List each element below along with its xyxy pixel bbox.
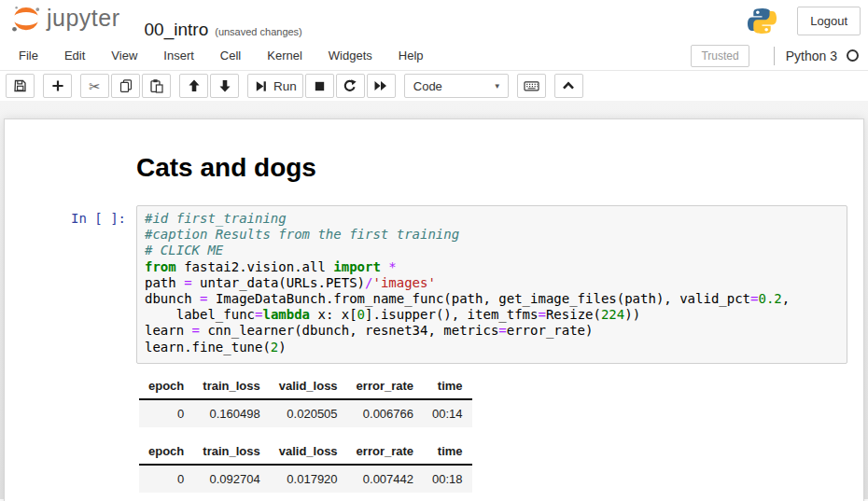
code-cell[interactable]: In [ ]: #id first_training#caption Resul… <box>5 205 863 364</box>
interrupt-kernel-button[interactable] <box>305 74 334 98</box>
table-cell: 0.005413 <box>347 493 423 501</box>
menu-item-cell[interactable]: Cell <box>207 42 254 69</box>
table-cell: 0.160498 <box>193 399 269 427</box>
stop-icon <box>313 79 327 93</box>
code-line[interactable]: #id first_training <box>145 211 839 227</box>
menu-item-edit[interactable]: Edit <box>51 42 98 69</box>
menu-items: FileEditViewInsertCellKernelWidgetsHelp <box>6 42 437 69</box>
arrow-up-icon <box>187 78 202 93</box>
command-palette-button[interactable] <box>517 74 546 98</box>
menu-item-insert[interactable]: Insert <box>150 42 207 69</box>
logo-text: jupyter <box>47 5 120 32</box>
kernel-idle-icon <box>847 49 859 62</box>
code-line[interactable]: label_func=lambda x: x[0].isupper(), ite… <box>145 307 839 323</box>
markdown-cell-prompt <box>5 132 136 205</box>
code-line[interactable]: #caption Results from the first training <box>145 227 839 243</box>
table-header-epoch: epoch <box>139 374 193 399</box>
kernel-name: Python 3 <box>786 49 837 63</box>
collapse-toolbar-button[interactable] <box>554 74 583 98</box>
output-cell: epochtrain_lossvalid_losserror_ratetime0… <box>5 364 863 501</box>
table-header-train_loss: train_loss <box>193 439 269 465</box>
table-cell: 0 <box>139 465 193 493</box>
code-line[interactable]: from fastai2.vision.all import * <box>145 259 839 275</box>
menu-item-widgets[interactable]: Widgets <box>315 42 385 69</box>
plus-icon <box>50 78 65 93</box>
copy-icon <box>119 78 133 93</box>
restart-icon <box>343 78 357 93</box>
cell-type-value: Code <box>413 79 442 93</box>
run-cell-button[interactable]: Run <box>247 74 303 98</box>
chevron-down-icon: ▼ <box>494 82 501 90</box>
table-cell: 00:14 <box>423 399 472 427</box>
cut-cell-button[interactable]: ✂ <box>80 74 109 98</box>
python-logo-icon <box>748 7 777 35</box>
save-button[interactable] <box>6 74 35 98</box>
output-area: epochtrain_lossvalid_losserror_ratetime0… <box>136 364 847 501</box>
fast-forward-icon <box>373 78 388 93</box>
copy-cell-button[interactable] <box>111 74 140 98</box>
code-editor[interactable]: #id first_training#caption Results from … <box>145 211 839 355</box>
restart-kernel-button[interactable] <box>336 74 365 98</box>
code-line[interactable]: learn = cnn_learner(dbunch, resnet34, me… <box>145 323 839 339</box>
code-input-box[interactable]: #id first_training#caption Results from … <box>136 205 847 364</box>
move-cell-up-button[interactable] <box>179 74 208 98</box>
table-header-epoch: epoch <box>139 439 193 465</box>
arrow-down-icon <box>217 78 232 93</box>
menubar: FileEditViewInsertCellKernelWidgetsHelp … <box>0 41 868 71</box>
table-header-valid_loss: valid_loss <box>270 374 347 399</box>
cell-prompt[interactable]: In [ ]: <box>5 205 136 364</box>
table-header-time: time <box>423 439 472 465</box>
table-cell: 1 <box>139 493 193 501</box>
cell-type-select[interactable]: Code ▼ <box>404 74 509 98</box>
table-cell: 00:18 <box>423 465 472 493</box>
table-cell: 0 <box>139 399 193 427</box>
keyboard-icon <box>524 78 539 93</box>
table-cell: 0.020505 <box>270 399 347 427</box>
training-results-table: epochtrain_lossvalid_losserror_ratetime0… <box>139 439 472 501</box>
table-cell: 00:18 <box>423 493 472 501</box>
table-cell: 0.012449 <box>270 493 347 501</box>
table-header-time: time <box>423 374 472 399</box>
output-prompt <box>5 364 136 501</box>
page-title: Cats and dogs <box>136 153 847 183</box>
scissors-icon: ✂ <box>89 79 101 93</box>
menu-item-view[interactable]: View <box>98 42 150 69</box>
toolbar: ✂ <box>0 71 868 101</box>
notebook-container: Cats and dogs In [ ]: #id first_training… <box>4 118 864 501</box>
run-button-label: Run <box>273 79 297 93</box>
trusted-button[interactable]: Trusted <box>691 45 749 67</box>
step-forward-icon <box>254 79 268 93</box>
restart-run-all-button[interactable] <box>367 74 396 98</box>
table-row: 00.0927040.0179200.00744200:18 <box>139 465 472 493</box>
notebook-site: Cats and dogs In [ ]: #id first_training… <box>0 101 868 499</box>
table-cell: 0.006766 <box>347 399 423 427</box>
table-header-valid_loss: valid_loss <box>270 439 347 465</box>
table-cell: 0.027785 <box>193 493 269 501</box>
menu-item-help[interactable]: Help <box>385 42 437 69</box>
table-cell: 0.017920 <box>270 465 347 493</box>
menu-item-file[interactable]: File <box>6 42 51 69</box>
autosave-status: (unsaved changes) <box>215 26 302 37</box>
notebook-title[interactable]: 00_intro <box>145 20 209 40</box>
table-row: 10.0277850.0124490.00541300:18 <box>139 493 472 501</box>
paste-cell-button[interactable] <box>142 74 171 98</box>
add-cell-button[interactable] <box>43 74 72 98</box>
training-results-table: epochtrain_lossvalid_losserror_ratetime0… <box>139 374 472 427</box>
code-line[interactable]: dbunch = ImageDataBunch.from_name_func(p… <box>145 291 839 307</box>
markdown-cell[interactable]: Cats and dogs <box>5 132 863 205</box>
save-icon <box>13 78 28 93</box>
code-line[interactable]: # CLICK ME <box>145 243 839 258</box>
paste-icon <box>149 78 164 93</box>
menu-item-kernel[interactable]: Kernel <box>254 42 315 69</box>
table-header-error_rate: error_rate <box>347 374 423 399</box>
table-cell: 0.007442 <box>347 465 423 493</box>
table-header-train_loss: train_loss <box>193 374 269 399</box>
jupyter-logo[interactable]: jupyter <box>9 2 120 35</box>
menu-divider <box>774 47 775 65</box>
move-cell-down-button[interactable] <box>210 74 239 98</box>
logout-button[interactable]: Logout <box>797 7 861 35</box>
code-line[interactable]: path = untar_data(URLs.PETS)/'images' <box>145 275 839 291</box>
chevron-up-icon <box>561 78 576 93</box>
table-cell: 0.092704 <box>193 465 269 493</box>
code-line[interactable]: learn.fine_tune(2) <box>145 340 839 355</box>
